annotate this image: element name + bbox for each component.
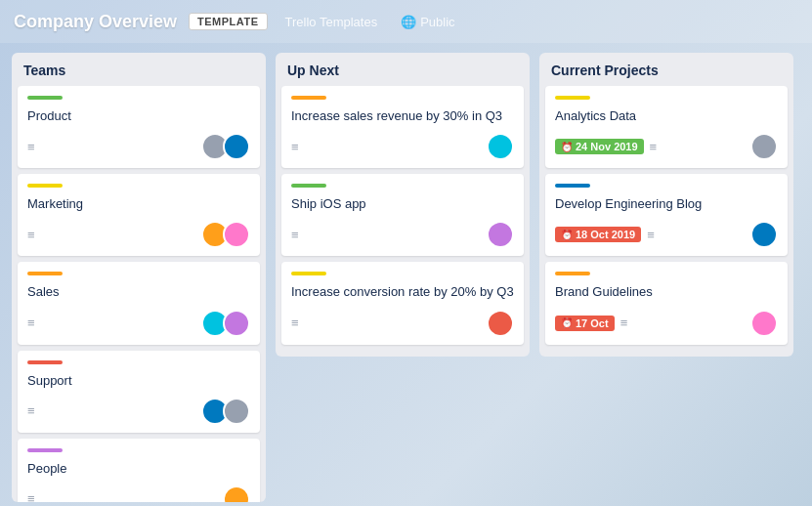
column-content-current-projects: Analytics Data⏰ 24 Nov 2019≡Develop Engi…: [539, 86, 793, 357]
clock-icon: ⏰: [561, 317, 573, 328]
avatar[interactable]: [223, 310, 250, 337]
card-footer: ≡: [27, 133, 250, 160]
due-date-badge[interactable]: ⏰ 17 Oct: [555, 316, 615, 331]
card-meta: ≡: [27, 228, 35, 242]
clock-icon: ⏰: [561, 230, 573, 240]
card-meta: ≡: [27, 403, 35, 418]
avatar[interactable]: [223, 221, 250, 248]
card-color-bar: [555, 184, 590, 188]
card-support[interactable]: Support≡: [18, 351, 260, 433]
column-teams: TeamsProduct≡Marketing≡Sales≡Support≡Peo…: [12, 53, 266, 502]
card-footer: ⏰ 18 Oct 2019≡: [555, 221, 778, 248]
card-avatars: [201, 221, 250, 248]
card-footer: ≡: [27, 310, 250, 337]
card-color-bar: [555, 96, 590, 100]
due-date-badge[interactable]: ⏰ 18 Oct 2019: [555, 227, 641, 242]
card-brand-guidelines[interactable]: Brand Guidelines⏰ 17 Oct≡: [545, 262, 788, 344]
card-title: Analytics Data: [555, 107, 778, 125]
template-badge[interactable]: TEMPLATE: [189, 13, 267, 30]
card-footer: ≡: [291, 310, 514, 337]
card-title: Brand Guidelines: [555, 283, 778, 301]
card-color-bar: [291, 272, 326, 275]
card-conversion-rate[interactable]: Increase conversion rate by 20% by Q3≡: [281, 262, 524, 344]
card-color-bar: [27, 360, 63, 364]
card-avatars: [201, 310, 250, 337]
card-menu-icon[interactable]: ≡: [27, 403, 35, 418]
avatar[interactable]: [223, 485, 250, 502]
avatar[interactable]: [750, 310, 778, 337]
avatar[interactable]: [487, 133, 514, 160]
card-meta: ≡: [27, 140, 35, 154]
card-avatars: [750, 221, 778, 248]
column-title-teams: Teams: [12, 53, 266, 86]
card-analytics-data[interactable]: Analytics Data⏰ 24 Nov 2019≡: [545, 86, 788, 168]
column-content-teams: Product≡Marketing≡Sales≡Support≡People≡: [12, 86, 266, 502]
card-meta: ⏰ 18 Oct 2019≡: [555, 227, 655, 242]
avatar[interactable]: [750, 133, 778, 160]
board-title: Company Overview: [14, 12, 177, 32]
card-title: People: [27, 460, 250, 478]
card-sales[interactable]: Sales≡: [18, 262, 260, 344]
card-people[interactable]: People≡: [18, 439, 260, 502]
card-menu-icon[interactable]: ≡: [27, 316, 35, 330]
card-menu-icon[interactable]: ≡: [620, 316, 628, 330]
card-avatars: [223, 485, 250, 502]
card-color-bar: [27, 448, 63, 452]
card-menu-icon[interactable]: ≡: [27, 491, 35, 502]
card-meta: ≡: [291, 228, 299, 242]
avatar[interactable]: [487, 310, 514, 337]
app-header: Company Overview TEMPLATE Trello Templat…: [0, 0, 812, 43]
card-title: Increase sales revenue by 30% in Q3: [291, 107, 514, 125]
card-avatars: [201, 398, 250, 425]
column-content-up-next: Increase sales revenue by 30% in Q3≡Ship…: [276, 86, 530, 357]
card-color-bar: [291, 96, 326, 100]
card-menu-icon[interactable]: ≡: [291, 140, 299, 154]
card-marketing[interactable]: Marketing≡: [18, 174, 260, 256]
avatar[interactable]: [487, 221, 514, 248]
card-color-bar: [27, 272, 63, 275]
card-engineering-blog[interactable]: Develop Engineering Blog⏰ 18 Oct 2019≡: [545, 174, 788, 256]
card-avatars: [201, 133, 250, 160]
card-color-bar: [291, 184, 326, 188]
card-footer: ≡: [27, 221, 250, 248]
avatar[interactable]: [223, 133, 250, 160]
card-footer: ⏰ 17 Oct≡: [555, 310, 778, 337]
card-footer: ⏰ 24 Nov 2019≡: [555, 133, 778, 160]
card-color-bar: [27, 96, 63, 100]
card-meta: ≡: [27, 316, 35, 330]
card-title: Develop Engineering Blog: [555, 195, 778, 213]
card-avatars: [750, 310, 778, 337]
card-meta: ≡: [291, 140, 299, 154]
card-title: Support: [27, 372, 250, 390]
clock-icon: ⏰: [561, 142, 573, 152]
card-menu-icon[interactable]: ≡: [650, 140, 658, 154]
card-meta: ≡: [291, 316, 299, 330]
card-menu-icon[interactable]: ≡: [647, 228, 655, 242]
card-meta: ⏰ 17 Oct≡: [555, 316, 627, 331]
card-avatars: [487, 310, 514, 337]
card-title: Ship iOS app: [291, 195, 514, 213]
card-footer: ≡: [291, 133, 514, 160]
avatar[interactable]: [223, 398, 250, 425]
card-menu-icon[interactable]: ≡: [27, 140, 35, 154]
card-color-bar: [555, 272, 590, 275]
card-footer: ≡: [27, 485, 250, 502]
card-title: Increase conversion rate by 20% by Q3: [291, 283, 514, 301]
card-menu-icon[interactable]: ≡: [27, 228, 35, 242]
public-link[interactable]: 🌐Public: [395, 12, 460, 32]
column-title-up-next: Up Next: [276, 53, 530, 86]
due-date-badge[interactable]: ⏰ 24 Nov 2019: [555, 139, 644, 154]
card-meta: ⏰ 24 Nov 2019≡: [555, 139, 657, 154]
card-ship-ios[interactable]: Ship iOS app≡: [281, 174, 524, 256]
board: TeamsProduct≡Marketing≡Sales≡Support≡Peo…: [0, 43, 812, 506]
card-color-bar: [27, 184, 63, 188]
card-menu-icon[interactable]: ≡: [291, 228, 299, 242]
card-menu-icon[interactable]: ≡: [291, 316, 299, 330]
avatar[interactable]: [750, 221, 778, 248]
card-product[interactable]: Product≡: [18, 86, 260, 168]
card-footer: ≡: [27, 398, 250, 425]
card-avatars: [487, 221, 514, 248]
trello-templates-link[interactable]: Trello Templates: [279, 12, 384, 32]
column-up-next: Up NextIncrease sales revenue by 30% in …: [276, 53, 530, 357]
card-sales-revenue[interactable]: Increase sales revenue by 30% in Q3≡: [281, 86, 524, 168]
